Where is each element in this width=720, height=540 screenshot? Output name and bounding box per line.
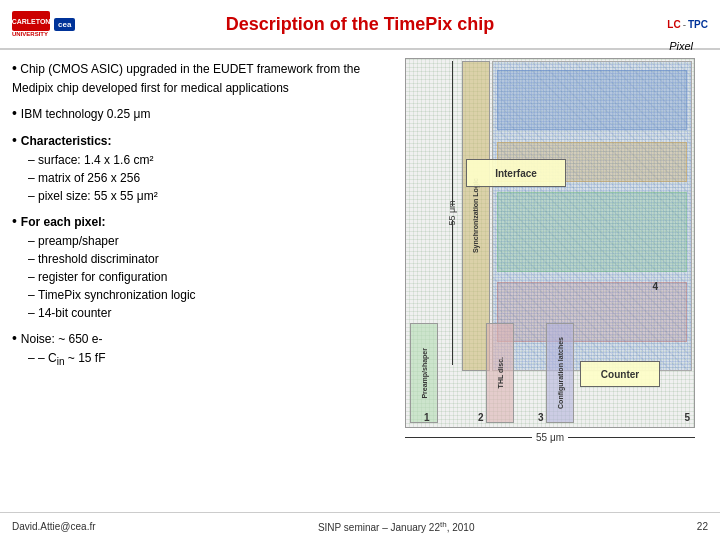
chip-thl-strip: THL disc. [486,323,514,423]
bullet-3: • Characteristics: surface: 1.4 x 1.6 cm… [12,130,382,205]
chip-counter-box: Counter [580,361,660,387]
bullet-2-text: IBM technology 0.25 μm [21,107,151,121]
logo-left: CARLETON UNIVERSITY cea [12,6,92,42]
header: CARLETON UNIVERSITY cea Description of t… [0,0,720,50]
main-content: • Chip (CMOS ASIC) upgraded in the EUDET… [0,50,720,508]
bullet-5: • Noise: ~ 650 e- – Cin ~ 15 fF [12,328,382,369]
bullet-1: • Chip (CMOS ASIC) upgraded in the EUDET… [12,58,382,97]
conference-info: SINP seminar – January 22th, 2010 [318,520,475,533]
bullet-1-text: Chip (CMOS ASIC) upgraded in the EUDET f… [12,62,360,95]
num-label-3: 3 [538,412,544,423]
logo-right: LC - TPC [628,19,708,30]
chip-diagram: Pixel Synchronization Logic [392,58,708,504]
bullet-2: • IBM technology 0.25 μm [12,103,382,124]
bullet-4-title: For each pixel: [21,215,106,229]
pixel-label: Pixel [669,40,693,52]
pixel-item-5: 14-bit counter [28,304,382,322]
noise-item: – Cin ~ 15 fF [28,349,382,369]
char-list: surface: 1.4 x 1.6 cm² matrix of 256 x 2… [12,151,382,205]
bullet-5-text: Noise: ~ 650 e- [21,332,103,346]
page-title: Description of the TimePix chip [92,14,628,35]
num-label-5: 5 [684,412,690,423]
chip-config-strip: Configuration latches [546,323,574,423]
chip-container: Synchronization Logic Interface 55 μm [405,58,695,428]
pixel-item-2: threshold discriminator [28,250,382,268]
num-label-1: 1 [424,412,430,423]
char-item-1: surface: 1.4 x 1.6 cm² [28,151,382,169]
sync-label: Synchronization Logic [472,178,480,253]
counter-label: Counter [601,369,639,380]
char-item-3: pixel size: 55 x 55 μm² [28,187,382,205]
horizontal-dimension: 55 μm [405,432,695,443]
bullet-4: • For each pixel: preamp/shaper threshol… [12,211,382,322]
pixel-list: preamp/shaper threshold discriminator re… [12,232,382,322]
chip-wrapper: Pixel Synchronization Logic [405,58,695,443]
left-text: • Chip (CMOS ASIC) upgraded in the EUDET… [12,58,382,504]
chip-preamp-strip: Preamp/shaper [410,323,438,423]
author-email: David.Attie@cea.fr [12,521,96,532]
page-number: 22 [697,521,708,532]
carleton-logo: CARLETON UNIVERSITY cea [12,6,92,42]
interface-label: Interface [495,168,537,179]
chip-interface-box: Interface [466,159,566,187]
cea-badge: cea [54,18,75,31]
thl-label: THL disc. [497,357,504,388]
pixel-item-4: TimePix synchronization logic [28,286,382,304]
pixel-item-3: register for configuration [28,268,382,286]
chip-pixel-area [492,61,692,371]
dim-v-label: 55 μm [447,200,457,225]
num-label-2: 2 [478,412,484,423]
dim-h-label: 55 μm [536,432,564,443]
pixel-item-1: preamp/shaper [28,232,382,250]
char-item-2: matrix of 256 x 256 [28,169,382,187]
bullet-3-title: Characteristics: [21,134,112,148]
noise-list: – Cin ~ 15 fF [12,349,382,369]
config-label: Configuration latches [557,337,564,409]
preamp-label: Preamp/shaper [421,348,428,399]
num-label-4: 4 [652,281,658,292]
footer: David.Attie@cea.fr SINP seminar – Januar… [0,512,720,540]
vertical-dimension: 55 μm [444,61,460,371]
